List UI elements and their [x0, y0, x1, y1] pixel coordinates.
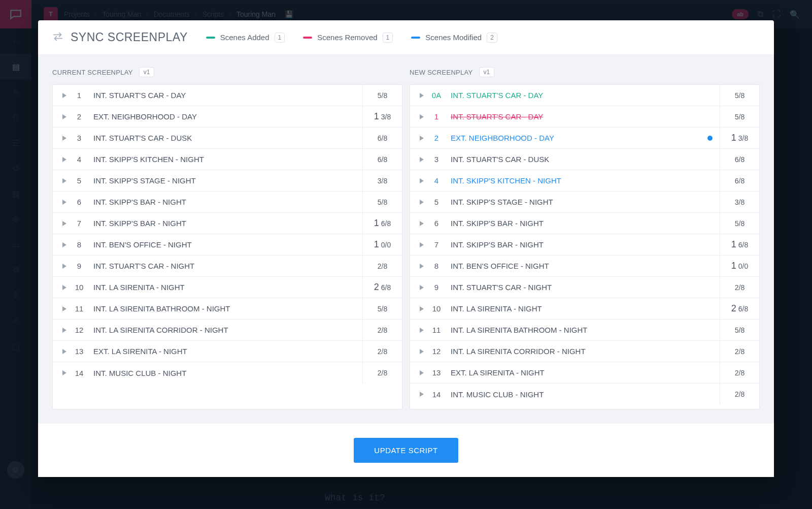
- expand-caret-icon[interactable]: [417, 93, 426, 98]
- scene-row[interactable]: 7INT. SKIPP'S BAR - NIGHT16/8: [53, 213, 402, 234]
- expand-caret-icon[interactable]: [417, 349, 426, 354]
- scene-number: 12: [426, 347, 447, 356]
- expand-caret-icon[interactable]: [417, 306, 426, 311]
- scene-row[interactable]: 6INT. SKIPP'S BAR - NIGHT5/8: [410, 213, 759, 234]
- scene-row[interactable]: 14INT. MUSIC CLUB - NIGHT2/8: [53, 362, 402, 384]
- scene-row[interactable]: 5INT. SKIPP'S STAGE - NIGHT3/8: [410, 192, 759, 213]
- scene-title: INT. LA SIRENITA BATHROOM - NIGHT: [447, 326, 587, 334]
- scene-page-count: 6/8: [362, 128, 402, 148]
- expand-caret-icon[interactable]: [60, 221, 69, 226]
- expand-caret-icon[interactable]: [417, 242, 426, 247]
- legend-modified-count: 2: [487, 33, 497, 43]
- expand-caret-icon[interactable]: [60, 93, 69, 98]
- scene-title: INT. SKIPP'S BAR - NIGHT: [89, 198, 186, 206]
- scene-row[interactable]: 3INT. STUART'S CAR - DUSK6/8: [410, 149, 759, 170]
- scene-number: 10: [426, 304, 447, 313]
- expand-caret-icon[interactable]: [417, 392, 426, 397]
- scene-page-count: 2/8: [720, 362, 759, 383]
- scene-row[interactable]: 12INT. LA SIRENITA CORRIDOR - NIGHT2/8: [410, 341, 759, 362]
- expand-caret-icon[interactable]: [60, 242, 69, 247]
- scene-page-count: 2/8: [720, 277, 759, 298]
- scene-page-count: 2/8: [362, 341, 402, 362]
- expand-caret-icon[interactable]: [417, 328, 426, 333]
- expand-caret-icon[interactable]: [60, 264, 69, 269]
- scene-row[interactable]: 12INT. LA SIRENITA CORRIDOR - NIGHT2/8: [53, 320, 402, 341]
- scene-page-count: 6/8: [720, 170, 759, 191]
- scene-row[interactable]: 2EXT. NEIGHBORHOOD - DAY13/8: [53, 106, 402, 128]
- expand-caret-icon[interactable]: [417, 136, 426, 141]
- expand-caret-icon[interactable]: [60, 306, 69, 311]
- scene-row[interactable]: 8INT. BEN'S OFFICE - NIGHT10/0: [53, 234, 402, 256]
- scene-row[interactable]: 13EXT. LA SIRENITA - NIGHT2/8: [410, 362, 759, 384]
- scene-row[interactable]: 8INT. BEN'S OFFICE - NIGHT10/0: [410, 256, 759, 277]
- scene-row-main: 9INT. STUART'S CAR - NIGHT: [410, 283, 720, 292]
- scene-title: INT. STUART'S CAR - DUSK: [447, 155, 549, 164]
- expand-caret-icon[interactable]: [60, 200, 69, 205]
- expand-caret-icon[interactable]: [417, 178, 426, 183]
- legend: Scenes Added 1 Scenes Removed 1 Scenes M…: [206, 33, 497, 43]
- expand-caret-icon[interactable]: [417, 200, 426, 205]
- expand-caret-icon[interactable]: [417, 157, 426, 162]
- panel-header-current: CURRENT SCREENPLAY v1: [52, 67, 402, 84]
- expand-caret-icon[interactable]: [417, 285, 426, 290]
- scene-page-count: 5/8: [362, 85, 402, 106]
- scene-row[interactable]: 13EXT. LA SIRENITA - NIGHT2/8: [53, 341, 402, 362]
- scene-page-count: 2/8: [362, 362, 402, 384]
- expand-caret-icon[interactable]: [60, 114, 69, 119]
- scene-title: INT. STUART'S CAR - DAY: [89, 91, 186, 100]
- scene-page-count: 26/8: [362, 277, 402, 298]
- expand-caret-icon[interactable]: [417, 264, 426, 269]
- scene-row[interactable]: 0AINT. STUART'S CAR - DAY5/8: [410, 85, 759, 106]
- expand-caret-icon[interactable]: [60, 178, 69, 183]
- expand-caret-icon[interactable]: [60, 370, 69, 375]
- scene-row-main: 7INT. SKIPP'S BAR - NIGHT: [53, 219, 362, 228]
- update-script-button[interactable]: UPDATE SCRIPT: [354, 438, 458, 463]
- scene-number: 10: [69, 283, 89, 292]
- expand-caret-icon[interactable]: [417, 221, 426, 226]
- scene-row-main: 4INT. SKIPP'S KITCHEN - NIGHT: [410, 176, 720, 185]
- scene-title: INT. STUART'S CAR - DUSK: [89, 134, 192, 142]
- scene-number: 6: [426, 219, 447, 228]
- scene-number: 2: [426, 134, 447, 142]
- scene-row[interactable]: 9INT. STUART'S CAR - NIGHT2/8: [410, 277, 759, 298]
- expand-caret-icon[interactable]: [417, 114, 426, 119]
- current-version-badge[interactable]: v1: [139, 67, 155, 77]
- scene-row[interactable]: 4INT. SKIPP'S KITCHEN - NIGHT6/8: [53, 149, 402, 170]
- scene-row[interactable]: 2EXT. NEIGHBORHOOD - DAY13/8: [410, 128, 759, 149]
- expand-caret-icon[interactable]: [60, 349, 69, 354]
- expand-caret-icon[interactable]: [60, 136, 69, 141]
- scene-title: EXT. LA SIRENITA - NIGHT: [89, 347, 187, 356]
- scene-row[interactable]: 14INT. MUSIC CLUB - NIGHT2/8: [410, 384, 759, 405]
- scene-title: EXT. NEIGHBORHOOD - DAY: [447, 134, 554, 142]
- scene-row-main: 12INT. LA SIRENITA CORRIDOR - NIGHT: [53, 326, 362, 334]
- new-version-badge[interactable]: v1: [479, 67, 495, 77]
- scene-row[interactable]: 1INT. STUART'S CAR - DAY5/8: [410, 106, 759, 128]
- scene-title: INT. BEN'S OFFICE - NIGHT: [89, 240, 192, 249]
- expand-caret-icon[interactable]: [417, 370, 426, 375]
- scene-number: 11: [69, 304, 89, 313]
- expand-caret-icon[interactable]: [60, 157, 69, 162]
- scene-row-main: 2EXT. NEIGHBORHOOD - DAY: [53, 112, 362, 121]
- expand-caret-icon[interactable]: [60, 328, 69, 333]
- scene-row[interactable]: 4INT. SKIPP'S KITCHEN - NIGHT6/8: [410, 170, 759, 192]
- legend-modified: Scenes Modified 2: [411, 33, 497, 43]
- scene-row[interactable]: 10INT. LA SIRENITA - NIGHT26/8: [53, 277, 402, 298]
- scene-number: 3: [426, 155, 447, 164]
- legend-color-modified: [411, 37, 420, 39]
- scene-title: INT. SKIPP'S STAGE - NIGHT: [447, 198, 553, 206]
- scene-row[interactable]: 9INT. STUART'S CAR - NIGHT2/8: [53, 256, 402, 277]
- scene-row[interactable]: 11INT. LA SIRENITA BATHROOM - NIGHT5/8: [53, 298, 402, 320]
- scene-row[interactable]: 5INT. SKIPP'S STAGE - NIGHT3/8: [53, 170, 402, 192]
- current-scene-list: 1INT. STUART'S CAR - DAY5/82EXT. NEIGHBO…: [52, 84, 402, 409]
- scene-row[interactable]: 7INT. SKIPP'S BAR - NIGHT16/8: [410, 234, 759, 256]
- scene-row[interactable]: 6INT. SKIPP'S BAR - NIGHT5/8: [53, 192, 402, 213]
- scene-row[interactable]: 11INT. LA SIRENITA BATHROOM - NIGHT5/8: [410, 320, 759, 341]
- expand-caret-icon[interactable]: [60, 285, 69, 290]
- scene-title: INT. SKIPP'S KITCHEN - NIGHT: [447, 176, 561, 185]
- scene-row[interactable]: 1INT. STUART'S CAR - DAY5/8: [53, 85, 402, 106]
- scene-row[interactable]: 3INT. STUART'S CAR - DUSK6/8: [53, 128, 402, 149]
- scene-row[interactable]: 10INT. LA SIRENITA - NIGHT26/8: [410, 298, 759, 320]
- current-screenplay-panel: CURRENT SCREENPLAY v1 1INT. STUART'S CAR…: [52, 67, 402, 409]
- panel-header-new: NEW SCREENPLAY v1: [410, 67, 760, 84]
- scene-row-main: 13EXT. LA SIRENITA - NIGHT: [53, 347, 362, 356]
